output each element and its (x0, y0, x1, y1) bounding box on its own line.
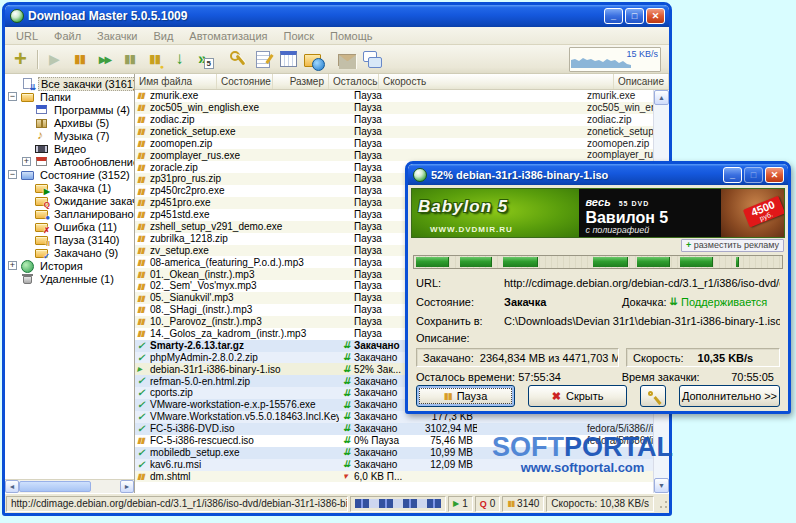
sidebar-horizontal-scrollbar[interactable]: ◄ ► (5, 479, 134, 493)
file-state: 0% Пауза (339, 435, 421, 447)
close-button[interactable]: ✕ (646, 8, 665, 24)
file-status-icon (137, 375, 147, 387)
speed-graph-label: 15 KB/s (626, 49, 658, 59)
dialog-title-bar[interactable]: 52% debian-31r1-i386-binary-1.iso _ □ ✕ (408, 164, 788, 185)
tree-item-label: Закачка (1) (52, 182, 113, 194)
download-button[interactable] (168, 48, 191, 71)
dialog-close-button[interactable]: ✕ (765, 167, 784, 183)
menu-item[interactable]: Файл (47, 29, 88, 43)
resize-grip[interactable] (657, 498, 669, 510)
table-row[interactable]: zoc505_win_english.exe Пауза zoc505_win_… (135, 102, 653, 114)
queue-icon: Q (480, 499, 487, 509)
dialog-more-button[interactable]: Дополнительно >> (679, 385, 780, 407)
tree-expander-icon[interactable] (8, 261, 17, 270)
sidebar-item[interactable]: Автообновление (5, 155, 134, 168)
calendar-button[interactable] (277, 48, 300, 71)
column-header[interactable]: Состояние (217, 74, 273, 89)
sidebar-item[interactable]: Видео (5, 142, 134, 155)
sidebar-item[interactable]: Удаленные (1) (5, 272, 134, 285)
pause-all-button[interactable] (118, 48, 141, 71)
column-header[interactable]: Имя файла (135, 74, 217, 89)
settings-button[interactable] (227, 48, 250, 71)
file-description: zoomopen.zip (583, 138, 653, 150)
forum-button[interactable] (361, 48, 384, 71)
add-url-button[interactable] (9, 48, 32, 71)
start-button[interactable] (43, 48, 66, 71)
column-header[interactable]: Описание (614, 74, 669, 89)
sidebar-item[interactable]: Ожидание закачки (5, 194, 134, 207)
dialog-tools-button[interactable] (640, 385, 666, 407)
log-button[interactable] (252, 48, 275, 71)
tree-item-label: Все закачки (3161) (38, 77, 134, 91)
file-speed (533, 90, 583, 102)
progress-segment (460, 257, 492, 267)
menu-item[interactable]: URL (9, 29, 45, 43)
sidebar-item[interactable]: Архивы (5) (5, 116, 134, 129)
sidebar-item[interactable]: Все закачки (3161) (5, 77, 134, 90)
table-row[interactable]: zmurik.exe Пауза zmurik.exe (135, 90, 653, 102)
dialog-pause-button[interactable]: ▮▮ Пауза (416, 385, 515, 407)
scroll-right-icon[interactable]: ► (120, 480, 134, 493)
file-name: zoomopen.zip (150, 138, 212, 150)
dialog-maximize-button[interactable]: □ (744, 167, 763, 183)
description-label: Описание: (416, 332, 504, 344)
scroll-up-icon[interactable]: ▲ (654, 90, 669, 105)
scheduler-button[interactable] (193, 48, 216, 71)
table-row[interactable]: zonetick_setup.exe Пауза zonetick_setup.… (135, 126, 653, 138)
sidebar-item[interactable]: Программы (4) (5, 103, 134, 116)
file-state: Пауза (339, 102, 421, 114)
close-x-icon: ✖ (552, 390, 561, 403)
column-header[interactable]: Осталось (329, 74, 379, 89)
sidebar-item[interactable]: Закачано (9) (5, 246, 134, 259)
menu-item[interactable]: Вид (146, 29, 180, 43)
menu-item[interactable]: Помощь (323, 29, 380, 43)
tree-expander-icon[interactable] (22, 157, 31, 166)
column-header[interactable]: Размер (273, 74, 329, 89)
tree-expander-icon[interactable] (8, 92, 17, 101)
scrollbar-thumb[interactable] (19, 481, 91, 492)
file-state: 6,0 KB П... (339, 471, 421, 483)
file-remaining (477, 126, 533, 138)
scroll-down-icon[interactable]: ▼ (654, 478, 669, 493)
sidebar-item[interactable]: Запланировано (5 (5, 207, 134, 220)
sidebar-item[interactable]: Музыка (7) (5, 129, 134, 142)
menu-item[interactable]: Поиск (277, 29, 321, 43)
stop-button[interactable] (143, 48, 166, 71)
dialog-hide-button[interactable]: ✖ Скрыть (528, 385, 627, 407)
sidebar-item[interactable]: Папки (5, 90, 134, 103)
tree-expander-icon[interactable] (8, 170, 17, 179)
maximize-button[interactable]: □ (625, 8, 644, 24)
download-progress-bar (413, 255, 783, 269)
sidebar-item[interactable]: История (5, 259, 134, 272)
menu-item[interactable]: Закачки (90, 29, 144, 43)
start-all-button[interactable] (93, 48, 116, 71)
title-bar[interactable]: Download Master 5.0.5.1009 _ □ ✕ (5, 5, 669, 27)
tree-item-label: Музыка (7) (52, 130, 111, 142)
sidebar-item[interactable]: Пауза (3140) (5, 233, 134, 246)
site-manager-button[interactable] (302, 48, 325, 71)
minimize-button[interactable]: _ (604, 8, 623, 24)
sidebar-item[interactable]: Ошибка (11) (5, 220, 134, 233)
mail-button[interactable] (336, 48, 359, 71)
tree-item-label: Состояние (3152) (38, 169, 132, 181)
sidebar-item[interactable]: Закачка (1) (5, 181, 134, 194)
file-status-icon (137, 399, 147, 411)
ad-banner[interactable]: Babylon 5 WWW.DVDMIR.RU весь55 DVD Вавил… (411, 188, 785, 238)
file-name: zoc505_win_english.exe (150, 102, 259, 114)
file-status-icon (137, 233, 147, 244)
pause-button[interactable] (68, 48, 91, 71)
file-name: zp451pro.exe (150, 197, 211, 209)
sidebar-item[interactable]: Состояние (3152) (5, 168, 134, 181)
file-name: 08._SHagi_(instr.).mp3 (150, 304, 252, 316)
table-row[interactable]: zoomopen.zip Пауза zoomopen.zip (135, 138, 653, 150)
place-ad-link[interactable]: + разместить рекламу (681, 239, 784, 252)
toolbar: 15 KB/s (5, 45, 669, 74)
menu-item[interactable]: Автоматизация (182, 29, 274, 43)
table-row[interactable]: zoomplayer_rus.exe Пауза zoomplayer_rus.… (135, 149, 653, 161)
column-header[interactable]: Скорость (379, 74, 614, 89)
dialog-minimize-button[interactable]: _ (723, 167, 742, 183)
tree-item-label: Видео (52, 143, 88, 155)
file-size: 10,99 MB (421, 447, 477, 459)
scroll-left-icon[interactable]: ◄ (5, 480, 19, 493)
table-row[interactable]: zodiac.zip Пауза zodiac.zip (135, 114, 653, 126)
